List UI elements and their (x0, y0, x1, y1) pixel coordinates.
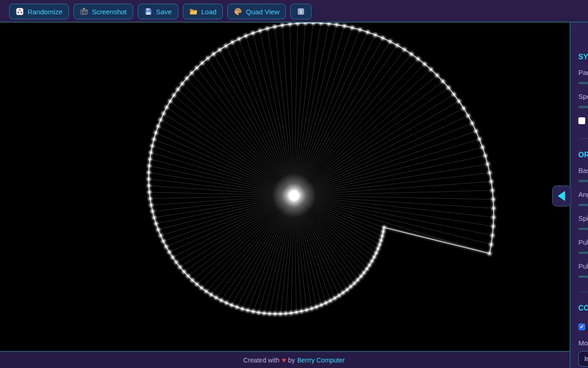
save-label: Save (156, 8, 172, 16)
particles-slider[interactable] (578, 82, 588, 84)
base-radius-label: Base Radius (578, 167, 588, 174)
mode-select[interactable]: Inward (578, 351, 588, 367)
load-button[interactable]: Load (183, 4, 223, 19)
colors-checkbox[interactable]: ✓ (578, 323, 585, 330)
sidebar-collapse-button[interactable] (552, 185, 571, 207)
app-window: Randomize Screenshot Save Load Quad View (0, 0, 588, 368)
quad-view-button[interactable]: Quad View (227, 4, 286, 19)
section-heading-orbit: ORBIT (578, 151, 588, 159)
floppy-icon (144, 7, 153, 16)
pulse-speed-slider[interactable] (578, 276, 588, 278)
slider-row-speed: Speed (578, 92, 588, 108)
toolbar: Randomize Screenshot Save Load Quad View (0, 0, 588, 23)
randomize-label: Randomize (28, 8, 62, 16)
palette-icon (234, 7, 242, 16)
spiral-canvas[interactable] (0, 23, 570, 351)
camera-icon (80, 7, 88, 16)
system-checkbox-row (578, 116, 588, 125)
load-label: Load (201, 8, 216, 16)
quad-view-label: Quad View (246, 8, 279, 16)
heart-icon: ♥ (282, 356, 286, 364)
sidebar-divider (578, 292, 588, 292)
angle-slider[interactable] (578, 204, 588, 206)
folder-icon (189, 7, 198, 16)
mode-label: Mode (578, 339, 588, 347)
info-button[interactable]: i (290, 4, 311, 19)
angle-label: Angle (578, 190, 588, 198)
slider-row-base-radius: Base Radius (578, 167, 588, 182)
system-checkbox[interactable] (578, 117, 585, 124)
settings-sidebar: SYSTEM Particles Speed ORBIT Base Radius… (570, 23, 588, 368)
chevron-left-icon (558, 191, 565, 201)
speed-label: Speed (578, 92, 588, 100)
randomize-button[interactable]: Randomize (9, 4, 69, 19)
sidebar-divider (578, 138, 588, 139)
footer-text-prefix: Created with (243, 356, 280, 364)
spin-slider[interactable] (578, 228, 588, 230)
info-icon: i (297, 7, 305, 16)
screenshot-label: Screenshot (92, 8, 127, 16)
pulse-label: Pulse (578, 238, 588, 246)
slider-row-pulse-speed: Pulse Speed (578, 262, 588, 278)
spin-label: Spin (578, 214, 588, 222)
berrry-computer-link[interactable]: Berrry Computer (297, 356, 345, 364)
footer: Created with ♥ by Berrry Computer (0, 351, 588, 368)
slider-row-pulse: Pulse (578, 238, 588, 254)
footer-text-mid: by (288, 356, 295, 364)
screenshot-button[interactable]: Screenshot (74, 4, 133, 19)
mode-select-value: Inward (584, 355, 588, 362)
section-heading-colors: COLORS (578, 304, 588, 312)
speed-slider[interactable] (578, 106, 588, 108)
colors-checkbox-row: ✓ (578, 322, 588, 331)
slider-row-spin: Spin (578, 214, 588, 230)
dice-icon (16, 7, 24, 16)
section-heading-system: SYSTEM (578, 53, 588, 61)
slider-row-angle: Angle (578, 190, 588, 206)
pulse-speed-label: Pulse Speed (578, 262, 588, 270)
base-radius-slider[interactable] (578, 180, 588, 182)
slider-row-particles: Particles (578, 69, 588, 84)
save-button[interactable]: Save (138, 4, 178, 19)
particles-label: Particles (578, 69, 588, 76)
pulse-slider[interactable] (578, 252, 588, 254)
